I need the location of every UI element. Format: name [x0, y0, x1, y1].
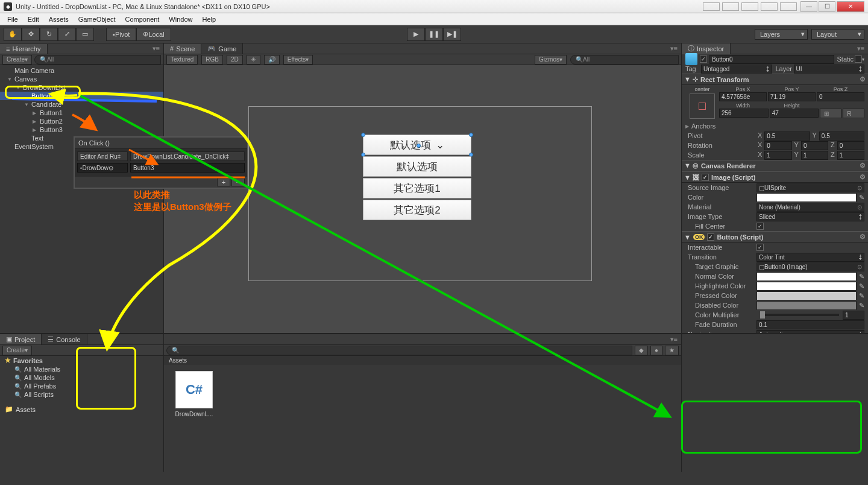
material-field[interactable]: None (Material)⊙	[756, 203, 864, 212]
move-tool[interactable]: ✥	[22, 28, 40, 41]
scale-x[interactable]: 1	[764, 151, 791, 160]
scale-z[interactable]: 1	[837, 151, 864, 160]
object-name-field[interactable]: Button0	[709, 55, 834, 64]
onclick-param-field[interactable]: Button3	[130, 163, 245, 173]
fav-item[interactable]: All Materials	[24, 366, 60, 373]
hierarchy-item[interactable]: ▶Button2	[0, 117, 163, 125]
eyedropper-icon[interactable]: ✎	[857, 273, 864, 281]
onclick-object-field[interactable]: ▫DrowDow ⊙	[77, 163, 128, 173]
pivot-y[interactable]: 0.5	[819, 132, 864, 141]
close-button[interactable]: ✕	[837, 1, 864, 12]
scene-gizmos[interactable]: Gizmos ▾	[535, 55, 567, 65]
layer-dropdown[interactable]: UI‡	[794, 65, 865, 74]
gear-icon[interactable]: ⚙	[860, 233, 866, 241]
anchors-foldout[interactable]: Anchors	[691, 122, 715, 130]
onclick-mode-dropdown[interactable]: Editor And Ru‡	[77, 151, 128, 161]
eyedropper-icon[interactable]: ✎	[857, 194, 864, 201]
width-field[interactable]: 256	[719, 109, 769, 118]
blueprint-icon[interactable]: ⊞	[820, 109, 841, 118]
rot-x[interactable]: 0	[764, 141, 791, 150]
hierarchy-search[interactable]: 🔍All	[34, 55, 161, 65]
eyedropper-icon[interactable]: ✎	[857, 302, 864, 309]
filter-icon[interactable]: ●	[650, 346, 662, 355]
project-search[interactable]: 🔍	[166, 346, 632, 355]
project-tab[interactable]: ▣ Project	[0, 334, 42, 344]
hierarchy-create[interactable]: Create ▾	[2, 55, 32, 65]
rot-z[interactable]: 0	[837, 141, 864, 150]
panel-menu-icon[interactable]: ▾≡	[667, 335, 681, 343]
gear-icon[interactable]: ⚙	[860, 173, 866, 181]
hierarchy-item[interactable]: ▶Button1	[0, 109, 163, 117]
scale-tool[interactable]: ⤢	[58, 28, 76, 41]
target-graphic-field[interactable]: ▢Button0 (Image)⊙	[756, 262, 864, 271]
rect-transform-header[interactable]: ▼ ⊹ Rect Transform⚙	[682, 74, 868, 85]
gizmo-handle[interactable]	[361, 133, 365, 137]
project-create[interactable]: Create ▾	[2, 346, 32, 355]
canvas-renderer-header[interactable]: ▼ ◎ Canvas Renderer⚙	[682, 160, 868, 171]
menu-component[interactable]: Component	[120, 14, 164, 24]
hierarchy-tab[interactable]: ≡ Hierarchy	[0, 44, 48, 54]
onclick-add-button[interactable]: +	[217, 178, 230, 186]
scene-shading[interactable]: Textured	[166, 55, 198, 65]
posx-field[interactable]: 4.577658e	[719, 92, 767, 101]
fav-item[interactable]: All Prefabs	[24, 382, 56, 390]
asset-script[interactable]: C# DrowDownL...	[170, 371, 218, 417]
panel-menu-icon[interactable]: ▾≡	[854, 45, 868, 52]
disabled-color[interactable]	[756, 301, 857, 310]
eyedropper-icon[interactable]: ✎	[857, 292, 864, 300]
local-toggle[interactable]: ⊕ Local	[136, 28, 171, 41]
layout-dropdown[interactable]: Layout	[811, 29, 864, 40]
pressed-color[interactable]	[756, 291, 857, 300]
scene-viewport[interactable]: 默认选项 ⌄ 默认选项 其它选项1 其它选项2	[164, 65, 681, 333]
filter-icon[interactable]: ★	[665, 346, 679, 355]
hierarchy-item[interactable]: Button0	[0, 92, 163, 100]
onclick-remove-button[interactable]: −	[231, 178, 245, 186]
hierarchy-item[interactable]: Main Camera	[0, 66, 163, 75]
game-tab[interactable]: 🎮 Game	[201, 43, 243, 54]
menu-help[interactable]: Help	[197, 14, 221, 24]
scene-2d[interactable]: 2D	[227, 55, 243, 65]
scene-rgb[interactable]: RGB	[201, 55, 223, 65]
panel-menu-icon[interactable]: ▾≡	[149, 45, 163, 52]
button-header[interactable]: ▼ OK ✓ Button (Script)⚙	[682, 231, 868, 242]
menu-window[interactable]: Window	[164, 14, 197, 24]
height-field[interactable]: 47	[770, 109, 819, 118]
scene-search[interactable]: 🔍All	[570, 55, 679, 65]
transition-dropdown[interactable]: Color Tint‡	[756, 253, 864, 262]
interactable-checkbox[interactable]: ✓	[756, 244, 764, 251]
anchor-preset[interactable]: center	[685, 86, 719, 120]
menu-file[interactable]: File	[2, 14, 23, 24]
step-button[interactable]: ▶❚	[443, 28, 461, 41]
normal-color[interactable]	[756, 272, 857, 281]
play-button[interactable]: ▶	[407, 28, 425, 41]
gizmo-handle[interactable]	[469, 133, 473, 137]
static-checkbox[interactable]	[855, 55, 862, 63]
panel-menu-icon[interactable]: ▾≡	[667, 45, 681, 52]
navigation-dropdown[interactable]: Automatic‡	[756, 330, 864, 334]
scale-y[interactable]: 1	[801, 151, 828, 160]
posz-field[interactable]: 0	[817, 92, 864, 101]
menu-edit[interactable]: Edit	[23, 14, 44, 24]
eyedropper-icon[interactable]: ✎	[857, 282, 864, 290]
highlight-color[interactable]	[756, 282, 857, 291]
scene-tab[interactable]: # Scene	[164, 44, 201, 54]
scene-effects[interactable]: Effects ▾	[283, 55, 313, 65]
pause-button[interactable]: ❚❚	[425, 28, 443, 41]
console-tab[interactable]: ☰ Console	[42, 334, 87, 344]
fav-item[interactable]: All Models	[24, 374, 55, 381]
minimize-button[interactable]: —	[800, 1, 817, 12]
dropdown-option[interactable]: 其它选项1	[363, 178, 471, 198]
color-mult-slider[interactable]	[760, 314, 839, 316]
assets-folder[interactable]: Assets	[16, 406, 36, 413]
menu-assets[interactable]: Assets	[44, 14, 74, 24]
breadcrumb[interactable]: Assets	[164, 356, 681, 365]
rect-tool[interactable]: ▭	[76, 28, 94, 41]
rot-y[interactable]: 0	[801, 141, 828, 150]
onclick-function-dropdown[interactable]: DrowDownList.Candidate_OnClick ‡	[130, 151, 245, 161]
gear-icon[interactable]: ⚙	[860, 162, 866, 170]
source-image-field[interactable]: ▢UISprite⊙	[756, 183, 864, 192]
maximize-button[interactable]: ☐	[819, 1, 835, 12]
filter-icon[interactable]: ◆	[635, 346, 648, 355]
fill-center-checkbox[interactable]: ✓	[756, 223, 764, 230]
fav-item[interactable]: All Scripts	[24, 391, 54, 398]
